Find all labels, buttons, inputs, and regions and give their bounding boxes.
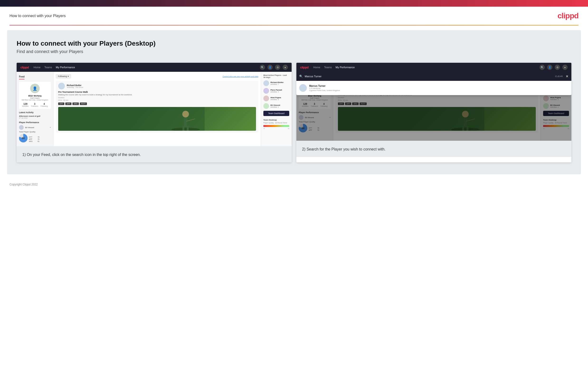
nav-teams-2[interactable]: Teams (324, 66, 332, 69)
close-icon[interactable]: ✕ (566, 74, 569, 78)
activity-user-row-1: Richard Butler Yesterday · The Grove (58, 83, 256, 89)
feed-right-1: Most Active Players - Last 30 days Richa… (261, 72, 292, 146)
nav-icons-2: 🔍 👤 ⚙ ● (540, 65, 568, 70)
settings-icon-2[interactable]: ⚙ (555, 65, 560, 70)
svg-rect-4 (183, 126, 184, 131)
nav-my-performance-2[interactable]: My Performance (335, 66, 355, 69)
active-player-richard-1: Richard Butler Activities: 7 (263, 80, 289, 86)
stat-following-num-1: 4 (41, 103, 48, 105)
step-caption-2: 2) Search for the Player you wish to con… (296, 141, 571, 157)
stat-activities-label-1: Activities (22, 105, 29, 107)
feed-tab-1[interactable]: Feed (19, 75, 25, 79)
search-input[interactable] (305, 75, 553, 78)
stat-following-1: 4 Following (41, 103, 48, 107)
team-heatmap-1: Team Heatmap Player Quality · 20 Round T… (263, 119, 289, 129)
activity-image-1 (58, 107, 256, 131)
player-perf-name-1: Eli Vincent (25, 127, 48, 129)
clear-button[interactable]: CLEAR (555, 75, 563, 77)
panel-2: clippd Home Teams My Performance 🔍 👤 ⚙ ● (296, 63, 571, 162)
header-divider (9, 25, 579, 26)
profile-avatar-1: 👤 (30, 84, 40, 93)
svg-rect-3 (184, 118, 187, 127)
search-result-location: Cypress Point Club, United Kingdom (309, 89, 340, 92)
stat-followers-num-1: 3 (31, 103, 38, 105)
feed-center-1: Following ▾ Control who can see your act… (53, 72, 261, 146)
nav-home-2[interactable]: Home (313, 66, 320, 69)
following-row-1: Following ▾ Control who can see your act… (56, 74, 258, 78)
activity-duration-val-1: 02 hr : 00 min (58, 99, 256, 101)
avatar-icon-1[interactable]: ● (283, 65, 288, 70)
activity-date-1: Yesterday · The Grove (67, 87, 83, 88)
nav-my-performance-1[interactable]: My Performance (56, 66, 75, 69)
score-circle-1: 84 (19, 134, 27, 142)
team-dashboard-btn-1[interactable]: Team Dashboard (263, 111, 289, 116)
tag-arg-1: ARG (72, 102, 79, 105)
stat-following-label-1: Following (41, 105, 48, 107)
search-bar: 🔍 CLEAR ✕ (296, 72, 571, 81)
main-subtitle: Find and connect with your Players (17, 49, 571, 54)
step-text-2: 2) Search for the Player you wish to con… (302, 147, 566, 152)
header: How to connect with your Players clippd (0, 7, 588, 25)
active-player-hiral-1: Hiral Pujara Activities: 3 (263, 96, 289, 101)
dropdown-arrow-1[interactable]: ▾ (50, 127, 51, 128)
active-avatar-richard-1 (263, 80, 269, 86)
search-result-avatar (299, 84, 307, 92)
search-overlay: 🔍 CLEAR ✕ Marcus Turner 1-5 Handicap Cyp… (296, 72, 571, 95)
latest-activity-label-1: Latest Activity (19, 111, 51, 114)
tag-putt-1: PUTT (80, 102, 87, 105)
quality-bar-ott-1: OTT 79 (29, 136, 39, 138)
settings-icon-1[interactable]: ⚙ (275, 65, 280, 70)
nav-icons-1: 🔍 👤 ⚙ ● (260, 65, 288, 70)
mock-browser-2: clippd Home Teams My Performance 🔍 👤 ⚙ ● (296, 63, 571, 141)
following-btn-1[interactable]: Following ▾ (56, 74, 71, 78)
page-footer: Copyright Clippd 2022 (0, 179, 588, 190)
activity-duration-1: Duration (58, 97, 256, 98)
heatmap-bar-1 (263, 125, 289, 127)
profile-stats-1: 129 Activities 3 Followers 4 Following (21, 103, 49, 107)
activity-card-1: Richard Butler Yesterday · The Grove Pre… (56, 81, 258, 133)
activity-avatar-1 (58, 83, 65, 89)
player-perf-label-1: Player Performance (19, 121, 51, 124)
mock-browser-1: clippd Home Teams My Performance 🔍 👤 ⚙ ● (17, 63, 292, 146)
most-active-title-1: Most Active Players - Last 30 days (263, 74, 289, 78)
activity-user-name-1: Richard Butler (67, 84, 83, 87)
nav-home-1[interactable]: Home (34, 66, 40, 69)
search-icon-2[interactable]: 🔍 (540, 65, 545, 70)
feed-left-1: Feed 👤 Blair McHarg Golf Coach Mill Ride… (17, 72, 53, 146)
quality-bar-app-1: APP 70 (29, 138, 39, 140)
quality-bars-1: OTT 79 APP (29, 136, 39, 143)
svg-point-2 (182, 111, 189, 118)
tag-app-1: APP (65, 102, 71, 105)
nav-items-1: Home Teams My Performance (34, 66, 255, 69)
person-icon-1[interactable]: 👤 (267, 65, 273, 70)
main-title: How to connect with your Players (Deskto… (17, 40, 571, 47)
step-text-1: 1) On your Feed, click on the search ico… (22, 152, 286, 158)
person-icon-2[interactable]: 👤 (547, 65, 552, 70)
profile-club-1: Mill Ride Golf Club, United Kingdom (21, 99, 49, 101)
search-icon-1[interactable]: 🔍 (260, 65, 265, 70)
logo: clippd (558, 11, 579, 20)
search-result-marcus[interactable]: Marcus Turner 1-5 Handicap Cypress Point… (298, 83, 570, 93)
profile-card-1: 👤 Blair McHarg Golf Coach Mill Ride Golf… (19, 82, 51, 109)
page-title: How to connect with your Players (9, 14, 66, 18)
nav-teams-1[interactable]: Teams (44, 66, 52, 69)
heatmap-title-1: Team Heatmap (263, 119, 289, 121)
search-result-name: Marcus Turner (309, 85, 340, 87)
avatar-icon-2[interactable]: ● (562, 65, 568, 70)
app-nav-2: clippd Home Teams My Performance 🔍 👤 ⚙ ● (296, 63, 571, 72)
app-logo-1: clippd (20, 66, 29, 69)
activity-user-info-1: Richard Butler Yesterday · The Grove (67, 84, 83, 88)
nav-items-2: Home Teams My Performance (313, 66, 535, 69)
control-link-1[interactable]: Control who can see your activity and da… (222, 75, 258, 77)
stat-followers-label-1: Followers (31, 105, 38, 107)
step-caption-1: 1) On your Feed, click on the search ico… (17, 146, 292, 162)
heatmap-scale-1: -5 +5 (263, 128, 289, 129)
search-mag-icon: 🔍 (299, 75, 303, 78)
score-value-1: 84 (22, 137, 25, 139)
player-perf-avatar-1 (19, 125, 24, 130)
activity-title-1: Pre Tournament Course Walk (58, 91, 256, 93)
active-avatar-piers-1 (263, 88, 269, 94)
panel-1: clippd Home Teams My Performance 🔍 👤 ⚙ ● (17, 63, 292, 162)
app-logo-2: clippd (300, 66, 308, 69)
stat-followers-1: 3 Followers (31, 103, 38, 107)
